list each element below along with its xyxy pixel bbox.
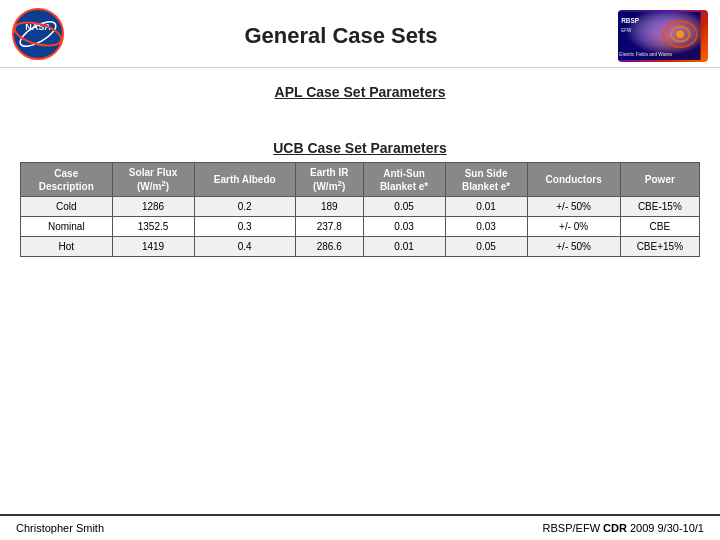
cell-conductors: +/- 50% (527, 237, 620, 257)
col-header-albedo: Earth Albedo (194, 163, 295, 197)
col-header-power: Power (620, 163, 699, 197)
page-header: NASA General Case Sets RB (0, 0, 720, 68)
nasa-logo: NASA (12, 8, 64, 63)
cell-antisun: 0.03 (363, 217, 445, 237)
col-header-conductors: Conductors (527, 163, 620, 197)
cell-power: CBE (620, 217, 699, 237)
col-header-solar: Solar Flux(W/m2) (112, 163, 194, 197)
cell-earth_ir: 237.8 (295, 217, 363, 237)
col-header-earth-ir: Earth IR(W/m2) (295, 163, 363, 197)
cell-desc: Nominal (21, 217, 113, 237)
col-header-sunside: Sun SideBlanket e* (445, 163, 527, 197)
cell-solar: 1419 (112, 237, 194, 257)
table-row: Cold12860.21890.050.01+/- 50%CBE-15% (21, 197, 700, 217)
cell-albedo: 0.3 (194, 217, 295, 237)
ucb-title: UCB Case Set Parameters (20, 140, 700, 156)
svg-text:RBSP: RBSP (621, 17, 640, 24)
footer-date: 2009 9/30-10/1 (627, 522, 704, 534)
cell-conductors: +/- 0% (527, 217, 620, 237)
cell-solar: 1352.5 (112, 217, 194, 237)
cell-antisun: 0.01 (363, 237, 445, 257)
cell-power: CBE-15% (620, 197, 699, 217)
cell-sunside: 0.05 (445, 237, 527, 257)
svg-text:EFW: EFW (621, 28, 632, 33)
cell-albedo: 0.2 (194, 197, 295, 217)
col-header-desc: CaseDescription (21, 163, 113, 197)
ucb-params-table: CaseDescription Solar Flux(W/m2) Earth A… (20, 162, 700, 257)
cell-sunside: 0.03 (445, 217, 527, 237)
page-title: General Case Sets (64, 23, 618, 49)
cell-antisun: 0.05 (363, 197, 445, 217)
cell-desc: Cold (21, 197, 113, 217)
page-footer: Christopher Smith RBSP/EFW CDR 2009 9/30… (0, 514, 720, 540)
cell-earth_ir: 189 (295, 197, 363, 217)
footer-citation: RBSP/EFW CDR 2009 9/30-10/1 (543, 522, 704, 534)
cell-albedo: 0.4 (194, 237, 295, 257)
apl-section: APL Case Set Parameters (20, 84, 700, 100)
cell-conductors: +/- 50% (527, 197, 620, 217)
col-header-antisun: Anti-SunBlanket e* (363, 163, 445, 197)
apl-title: APL Case Set Parameters (20, 84, 700, 100)
table-header-row: CaseDescription Solar Flux(W/m2) Earth A… (21, 163, 700, 197)
cell-earth_ir: 286.6 (295, 237, 363, 257)
svg-point-8 (677, 30, 684, 37)
footer-author: Christopher Smith (16, 522, 104, 534)
table-row: Hot14190.4286.60.010.05+/- 50%CBE+15% (21, 237, 700, 257)
cell-power: CBE+15% (620, 237, 699, 257)
ucb-section: UCB Case Set Parameters CaseDescription … (20, 140, 700, 257)
svg-text:Electric Fields and Waves: Electric Fields and Waves (619, 52, 673, 57)
main-content: APL Case Set Parameters UCB Case Set Par… (0, 68, 720, 265)
cell-sunside: 0.01 (445, 197, 527, 217)
cell-solar: 1286 (112, 197, 194, 217)
rbsp-logo: RBSP EFW Electric Fields and Waves (618, 10, 708, 62)
footer-rbsp-text: RBSP/EFW (543, 522, 604, 534)
cell-desc: Hot (21, 237, 113, 257)
footer-cdr-bold: CDR (603, 522, 627, 534)
table-row: Nominal1352.50.3237.80.030.03+/- 0%CBE (21, 217, 700, 237)
